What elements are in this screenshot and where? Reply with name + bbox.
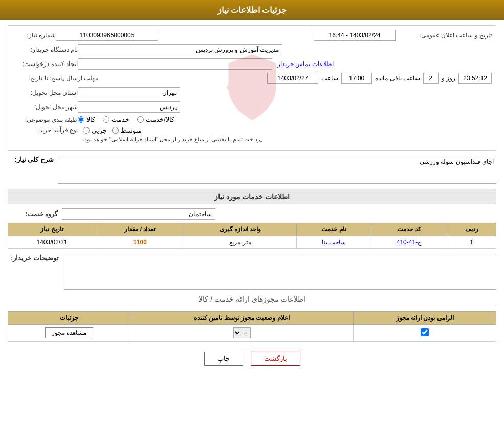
col-vahed-andaze: واحد اندازه گیری bbox=[184, 223, 296, 236]
buyer-notes-textarea[interactable] bbox=[64, 254, 496, 290]
col-tedad-mogdar: تعداد / مقدار bbox=[96, 223, 184, 236]
services-table-row: 1 ج-41-410 ساخت بنا متر مربع 1100 1403/0… bbox=[8, 236, 496, 249]
page-wrapper: جزئیات اطلاعات نیاز ↩ تاریخ و ساعت اعلان… bbox=[0, 0, 504, 448]
cell-vahed-andaze: متر مربع bbox=[184, 236, 296, 249]
khedmat-label: خدمت bbox=[112, 116, 129, 123]
cell-nam-khedmat: ساخت بنا bbox=[297, 236, 371, 249]
tarikhElan-label: تاریخ و ساعت اعلان عمومی: bbox=[400, 32, 492, 39]
khedamat-section-header: اطلاعات خدمات مورد نیاز bbox=[8, 189, 496, 204]
cell-tarikh-niaz: 1403/02/31 bbox=[8, 236, 96, 249]
radio-kala[interactable]: کالا bbox=[78, 116, 95, 123]
eelam-select[interactable]: -- bbox=[233, 327, 251, 338]
nam-dastgah-input[interactable] bbox=[78, 44, 282, 55]
page-title: جزئیات اطلاعات نیاز bbox=[217, 6, 287, 14]
ostan-input[interactable] bbox=[78, 87, 180, 98]
shahr-input[interactable] bbox=[78, 101, 180, 113]
shahr-label: شهر محل تحویل: bbox=[16, 103, 78, 111]
col-tarikh-niaz: تاریخ نیاز bbox=[8, 223, 96, 236]
radio-motavaset-input[interactable] bbox=[112, 127, 119, 134]
row-nam-dastgah: نام دستگاه خریدار: bbox=[12, 44, 492, 55]
ijad-konande-input[interactable] bbox=[78, 58, 272, 70]
radio-kala-khedmat[interactable]: کالا/خدمت bbox=[137, 116, 174, 123]
row-ijad-konande: اطلاعات تماس خریدار ایجاد کننده درخواست: bbox=[12, 58, 492, 70]
groh-khedmat-row: گروه خدمت: bbox=[8, 208, 496, 220]
bottom-buttons: بازگشت چاپ bbox=[8, 352, 496, 366]
radio-jozvi[interactable]: جزیی bbox=[83, 126, 107, 134]
noe-farayand-label: نوع فرآیند خرید : bbox=[16, 126, 78, 134]
etelaatTamas-link[interactable]: اطلاعات تماس خریدار bbox=[277, 60, 334, 68]
motavaset-label: متوسط bbox=[121, 126, 142, 134]
col-eelam: اعلام وضعیت مجوز توسط نامین کننده bbox=[130, 312, 354, 325]
buyer-notes-label: توضیحات خریدار: bbox=[8, 254, 59, 262]
row-shomare-niaz: تاریخ و ساعت اعلان عمومی: 1403/02/24 - 1… bbox=[12, 30, 492, 41]
groh-khedmat-label: گروه خدمت: bbox=[12, 210, 58, 218]
sharh-koli-section: شرح کلی نیاز: bbox=[8, 156, 496, 184]
cell-radif: 1 bbox=[447, 236, 496, 249]
col-kod-khedmat: کد خدمت bbox=[371, 223, 447, 236]
view-license-button[interactable]: مشاهده مجوز bbox=[45, 327, 93, 338]
remaining-label: ساعت باقی مانده bbox=[375, 75, 420, 82]
kala-khedmat-label: کالا/خدمت bbox=[146, 116, 174, 123]
mohlat-label: مهلت ارسال پاسخ: تا تاریخ: bbox=[16, 75, 98, 82]
sharh-koli-label: شرح کلی نیاز: bbox=[8, 156, 54, 163]
mohlat-time-label: ساعت bbox=[321, 75, 338, 82]
row-ostan: استان محل تحویل: bbox=[12, 87, 492, 98]
remaining-days-label: روز و bbox=[442, 75, 455, 82]
license-table-row: -- مشاهده مجوز bbox=[8, 325, 496, 342]
row-noe-farayand: متوسط جزیی پرداخت تمام یا بخشی از مبلغ خ… bbox=[12, 126, 492, 143]
shomare-niaz-label: شماره نیاز: bbox=[15, 32, 56, 39]
farayand-description: پرداخت تمام یا بخشی از مبلغ خریدار از مح… bbox=[83, 136, 262, 143]
page-header: جزئیات اطلاعات نیاز bbox=[0, 0, 504, 20]
col-joziyat: جزئیات bbox=[8, 312, 130, 325]
top-info-section: ↩ تاریخ و ساعت اعلان عمومی: 1403/02/24 -… bbox=[8, 25, 496, 151]
cell-tedad-mogdar: 1100 bbox=[96, 236, 184, 249]
jozvi-label: جزیی bbox=[92, 126, 107, 134]
ostan-label: استان محل تحویل: bbox=[16, 89, 78, 96]
col-nam-khedmat: نام خدمت bbox=[297, 223, 371, 236]
row-shahr: شهر محل تحویل: bbox=[12, 101, 492, 113]
buyer-notes-section: توضیحات خریدار: bbox=[8, 254, 496, 290]
radio-kala-khedmat-input[interactable] bbox=[137, 116, 144, 123]
main-content: ↩ تاریخ و ساعت اعلان عمومی: 1403/02/24 -… bbox=[0, 20, 504, 381]
row-mohlat: 23:52:12 روز و 2 ساعت باقی مانده 17:00 س… bbox=[12, 73, 492, 84]
license-section-title: اطلاعات مجوزهای ارائه خدمت / کالا bbox=[8, 295, 496, 306]
nam-dastgah-label: نام دستگاه خریدار: bbox=[16, 46, 78, 53]
radio-motavaset[interactable]: متوسط bbox=[112, 126, 142, 134]
license-table: الزامی بودن ارائه مجوز اعلام وضعیت مجوز … bbox=[8, 311, 496, 342]
col-radif: ردیف bbox=[447, 223, 496, 236]
radio-kala-input[interactable] bbox=[78, 116, 84, 123]
back-button[interactable]: بازگشت bbox=[251, 352, 300, 366]
mohlat-date-value: 1403/02/27 bbox=[267, 73, 318, 84]
services-table: ردیف کد خدمت نام خدمت واحد اندازه گیری ت… bbox=[8, 223, 496, 249]
radio-khedmat[interactable]: خدمت bbox=[103, 116, 129, 123]
print-button[interactable]: چاپ bbox=[204, 352, 243, 366]
tarikhElan-value: 1403/02/24 - 16:44 bbox=[314, 30, 396, 41]
radio-khedmat-input[interactable] bbox=[103, 116, 109, 123]
groh-khedmat-input[interactable] bbox=[62, 208, 215, 220]
cell-kod-khedmat: ج-41-410 bbox=[371, 236, 447, 249]
shomare-niaz-value: 1103093965000005 bbox=[56, 30, 158, 41]
remaining-days-value: 2 bbox=[423, 73, 439, 84]
kala-label: کالا bbox=[86, 116, 95, 123]
ijad-konande-label: ایجاد کننده درخواست: bbox=[16, 60, 78, 68]
elzami-checkbox[interactable] bbox=[421, 328, 429, 336]
col-elzami: الزامی بودن ارائه مجوز bbox=[354, 312, 496, 325]
tabaqeh-label: طبقه بندی موضوعی: bbox=[16, 116, 78, 123]
sharh-koli-textarea[interactable] bbox=[58, 156, 496, 184]
row-tabaqeh: کالا/خدمت خدمت کالا طبقه بندی موضوعی: bbox=[12, 116, 492, 123]
radio-jozvi-input[interactable] bbox=[83, 127, 90, 134]
mohlat-time-value: 17:00 bbox=[341, 73, 372, 84]
remaining-time-value: 23:52:12 bbox=[458, 73, 492, 84]
